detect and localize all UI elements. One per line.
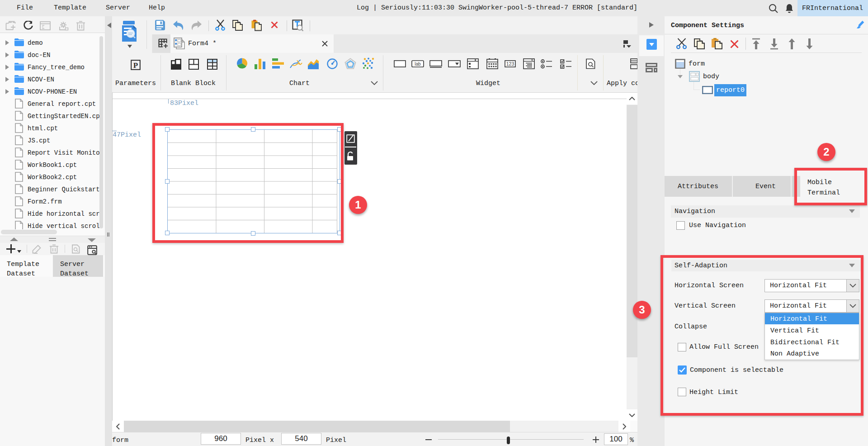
- svg-text:123: 123: [506, 61, 514, 66]
- svg-text:lab: lab: [415, 62, 421, 66]
- svg-text:P: P: [133, 61, 138, 70]
